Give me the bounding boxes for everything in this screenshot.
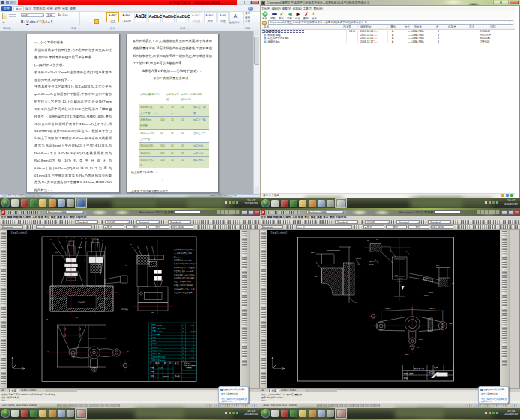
svg-text:工试验2: 工试验2 [121,308,129,311]
svg-text:日期: 日期 [150,374,154,377]
svg-text:φ22H8: φ22H8 [340,245,346,247]
svg-text:钻模板: 钻模板 [151,342,158,345]
svg-text:装配图: 装配图 [186,366,192,369]
svg-text:压紧螺母手柄套: 压紧螺母手柄套 [152,356,166,359]
svg-text:(1) 加工某件定位,说明: (1) 加工某件定位,说明 [174,252,192,255]
svg-text:开口压板 φ1120: 开口压板 φ1120 [152,359,166,362]
svg-text:材: 材 [169,362,172,365]
svg-text:φ40: φ40 [327,248,330,250]
svg-text:制图: 制图 [403,372,408,375]
svg-text:1.05: 1.05 [183,343,187,345]
svg-text:Φ试4.2: Φ试4.2 [78,301,85,304]
svg-text:3xφ1.7: 3xφ1.7 [385,308,391,310]
svg-text:R15: R15 [419,338,423,341]
svg-text:工件定位后 (+0) +0x2: 工件定位后 (+0) +0x2 [174,258,192,261]
svg-text:审核: 审核 [403,377,408,380]
svg-text:Q235: Q235 [190,330,196,332]
svg-text:比例: 比例 [434,366,438,369]
svg-text:工件定转,启采止工件编组: 工件定转,启采止工件编组 [174,276,195,279]
svg-text:支承钉 B8: 支承钉 B8 [152,352,161,355]
svg-text:3xφ1.7: 3xφ1.7 [429,308,435,310]
svg-text:转继一个支把门,已越辅: 转继一个支把门,已越辅 [174,284,193,287]
svg-text:钻床专用夹具: 钻床专用夹具 [182,364,195,367]
svg-text:定位销 A10: 定位销 A10 [152,349,162,352]
svg-text:适止的六个配置的生产。: 适止的六个配置的生产。 [174,291,194,294]
svg-text:衬套 A: 衬套 A [152,339,158,342]
svg-text:1↓: 1↓ [127,350,129,353]
svg-text:某具系统夹紧定位说明书: 某具系统夹紧定位说明书 [174,248,194,251]
svg-text:22H9: 22H9 [311,252,316,254]
svg-text:某某: 某某 [409,372,414,375]
svg-text:螺钉 M8x25: 螺钉 M8x25 [152,323,163,326]
svg-text:孔去加辅助器,将为加行油辅: 孔去加辅助器,将为加行油辅 [174,262,196,265]
svg-text:垫圈 16 mm: 垫圈 16 mm [152,329,162,332]
svg-text:制图: 制图 [150,366,154,369]
svg-text:件油油辅另一个孔,止太其: 件油油辅另一个孔,止太其 [174,287,195,290]
svg-text:适止。 转继续行调适。: 适止。 转继续行调适。 [174,280,193,283]
svg-text:R20: R20 [449,323,453,325]
svg-text:孔工件编组,与转止工件油: 孔工件编组,与转止工件油 [174,273,195,276]
svg-text:φ30H7: φ30H7 [369,261,375,263]
svg-text:Ra3.2: Ra3.2 [356,258,361,260]
svg-text:M12: M12 [78,246,82,249]
svg-text:1:45°: 1:45° [354,302,358,304]
svg-text:[-][俯视][二维线框]: [-][俯视][二维线框] [10,231,27,234]
svg-text:螺母 GB/T 6170: 螺母 GB/T 6170 [152,326,166,329]
svg-text:面 (+7°)。: 面 (+7°)。 [174,256,182,258]
svg-text:φ40: φ40 [55,252,58,254]
svg-text:某某零件图: 某某零件图 [414,367,424,370]
svg-text:某某: 某某 [159,366,163,369]
svg-text:HT200: HT200 [429,371,435,374]
svg-text:工艺定位,启转 (+T),目把: 工艺定位,启转 (+T),目把 [174,270,194,273]
svg-text:Ra6.3: Ra6.3 [424,294,429,296]
svg-text:φ22: φ22 [406,239,410,241]
svg-text:共1张: 共1张 [175,374,180,377]
svg-text:φ135: φ135 [429,291,433,293]
svg-text:105: 105 [151,311,154,314]
svg-text:钻套 φ10-12: 钻套 φ10-12 [151,336,163,339]
svg-text:φ14: φ14 [436,264,440,267]
svg-text:2008.6: 2008.6 [163,375,169,377]
svg-text:1:45°: 1:45° [357,264,361,266]
svg-text:2x45°: 2x45° [369,264,374,266]
svg-text:备 注: 备 注 [175,362,179,365]
svg-text:机床将定位结牢门,检查某门: 机床将定位结牢门,检查某门 [174,266,196,269]
svg-text:φ10: φ10 [405,353,409,356]
svg-text:名 称: 名 称 [155,362,160,365]
svg-text:审核: 审核 [150,370,154,373]
svg-text:[-][俯视][二维线框]: [-][俯视][二维线框] [270,231,287,234]
svg-text:开口垫圈 B16: 开口垫圈 B16 [152,333,164,336]
svg-text:夹具体: 夹具体 [152,346,158,349]
svg-text:7.5: 7.5 [395,274,398,276]
